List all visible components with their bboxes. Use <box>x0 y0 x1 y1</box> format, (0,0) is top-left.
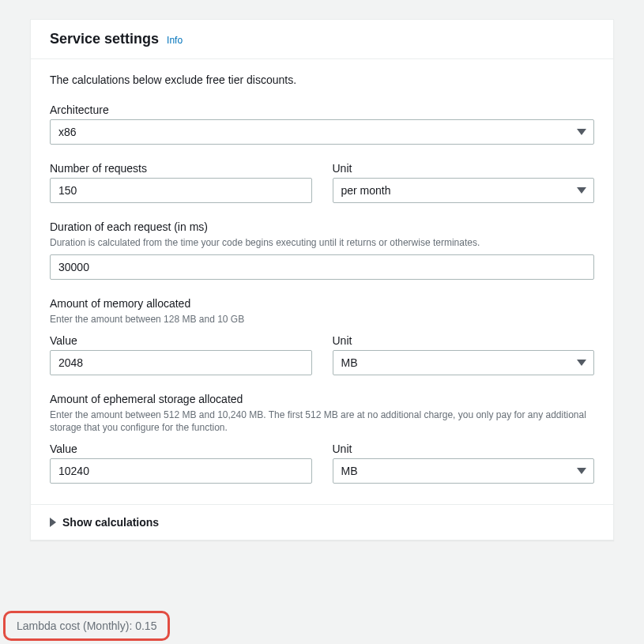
requests-field: Number of requests <box>50 162 312 203</box>
storage-value-input[interactable] <box>50 458 312 484</box>
lambda-cost-callout: Lambda cost (Monthly): 0.15 <box>3 611 170 641</box>
info-link[interactable]: Info <box>167 35 183 46</box>
memory-hint: Enter the amount between 128 MB and 10 G… <box>50 313 594 326</box>
requests-unit-select-wrap: per month <box>333 178 595 203</box>
panel-body: The calculations below exclude free tier… <box>31 59 613 504</box>
lambda-cost-text: Lambda cost (Monthly): 0.15 <box>17 620 156 632</box>
memory-value-input[interactable] <box>50 350 312 375</box>
svg-marker-4 <box>50 518 56 527</box>
memory-label: Amount of memory allocated <box>50 297 594 310</box>
show-calculations-label: Show calculations <box>62 516 159 529</box>
memory-value-label: Value <box>50 334 312 347</box>
storage-value-field: Value <box>50 443 312 484</box>
requests-unit-field: Unit per month <box>333 162 595 203</box>
duration-field: Duration of each request (in ms) Duratio… <box>50 220 594 280</box>
requests-input[interactable] <box>50 178 312 203</box>
storage-hint: Enter the amount between 512 MB and 10,2… <box>50 409 594 435</box>
show-calculations-toggle[interactable]: Show calculations <box>31 504 613 540</box>
storage-unit-select-wrap: MB <box>333 458 595 484</box>
storage-label: Amount of ephemeral storage allocated <box>50 393 594 405</box>
caret-right-icon <box>50 518 56 527</box>
memory-unit-field: Unit MB <box>333 334 595 375</box>
memory-value-field: Value <box>50 334 312 375</box>
requests-row: Number of requests Unit per month <box>50 162 594 203</box>
memory-unit-label: Unit <box>333 334 595 347</box>
duration-label: Duration of each request (in ms) <box>50 220 594 233</box>
requests-unit-label: Unit <box>333 162 595 175</box>
architecture-select-wrap: x86 <box>50 119 594 145</box>
storage-row: Value Unit MB <box>50 443 594 484</box>
duration-hint: Duration is calculated from the time you… <box>50 236 594 250</box>
storage-section: Amount of ephemeral storage allocated En… <box>50 393 594 435</box>
memory-section: Amount of memory allocated Enter the amo… <box>50 297 594 326</box>
architecture-field: Architecture x86 <box>50 104 594 145</box>
memory-unit-select[interactable]: MB <box>333 350 595 375</box>
storage-unit-select[interactable]: MB <box>333 458 595 484</box>
memory-row: Value Unit MB <box>50 334 594 375</box>
page-title: Service settings <box>50 31 159 47</box>
service-settings-panel: Service settings Info The calculations b… <box>30 19 614 540</box>
free-tier-note: The calculations below exclude free tier… <box>50 73 594 86</box>
panel-header: Service settings Info <box>31 20 613 59</box>
storage-unit-field: Unit MB <box>333 443 595 484</box>
requests-label: Number of requests <box>50 162 312 175</box>
storage-unit-label: Unit <box>333 443 595 455</box>
architecture-label: Architecture <box>50 104 594 116</box>
duration-input[interactable] <box>50 254 594 280</box>
architecture-select[interactable]: x86 <box>50 119 594 145</box>
requests-unit-select[interactable]: per month <box>333 178 595 203</box>
memory-unit-select-wrap: MB <box>333 350 595 375</box>
storage-value-label: Value <box>50 443 312 455</box>
